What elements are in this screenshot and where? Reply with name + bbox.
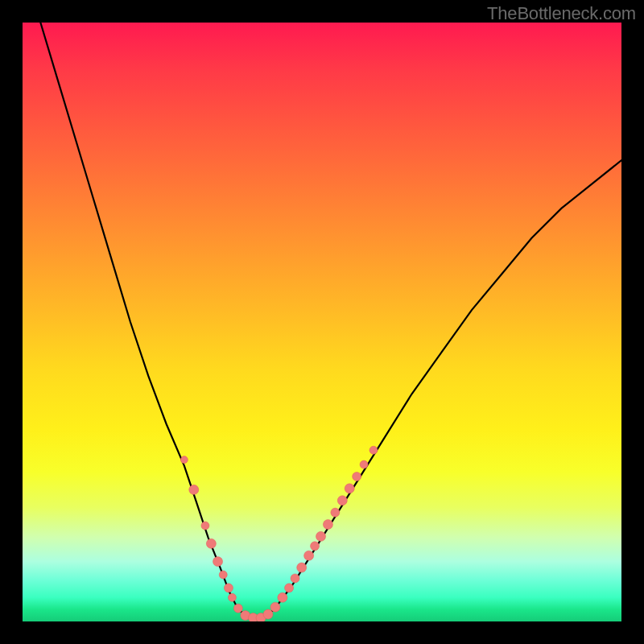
marker-left-12 xyxy=(263,609,273,619)
chart-frame: TheBottleneck.com xyxy=(0,0,644,644)
marker-left-1 xyxy=(189,485,199,494)
marker-right-4 xyxy=(297,563,307,572)
marker-left-3 xyxy=(206,539,216,548)
marker-right-9 xyxy=(331,508,340,517)
marker-right-14 xyxy=(369,446,378,454)
marker-right-2 xyxy=(285,584,294,592)
curve-overlay xyxy=(23,23,621,621)
bottleneck-curve xyxy=(23,23,621,618)
marker-right-13 xyxy=(360,460,368,469)
marker-right-3 xyxy=(291,574,299,583)
marker-left-6 xyxy=(224,584,233,592)
marker-left-0 xyxy=(180,456,188,464)
marker-right-1 xyxy=(278,592,287,602)
watermark-text: TheBottleneck.com xyxy=(487,3,636,24)
marker-right-5 xyxy=(304,551,314,560)
marker-right-8 xyxy=(323,519,332,529)
marker-right-0 xyxy=(270,602,280,612)
marker-left-2 xyxy=(201,522,209,530)
marker-right-7 xyxy=(316,531,326,541)
marker-right-6 xyxy=(311,542,320,551)
plot-area xyxy=(23,23,621,621)
marker-left-8 xyxy=(233,604,242,613)
marker-left-7 xyxy=(228,593,236,601)
marker-right-11 xyxy=(345,484,354,493)
marker-right-12 xyxy=(353,472,361,481)
marker-left-5 xyxy=(219,571,227,579)
marker-left-4 xyxy=(213,557,223,567)
marker-right-10 xyxy=(337,496,347,506)
